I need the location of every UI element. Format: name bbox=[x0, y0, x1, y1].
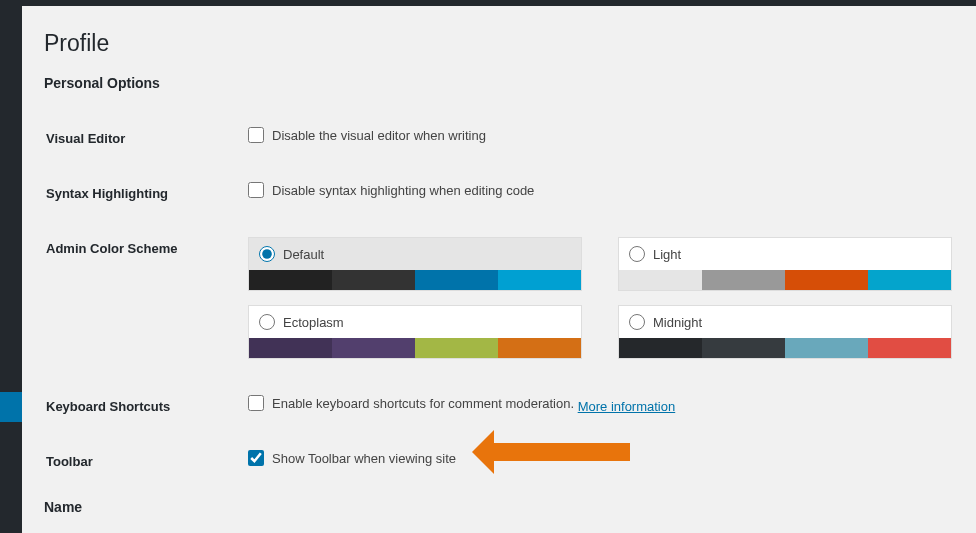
color-swatch bbox=[415, 270, 498, 290]
color-swatch bbox=[619, 338, 702, 358]
syntax-highlighting-checkbox[interactable] bbox=[248, 182, 264, 198]
color-swatch bbox=[332, 270, 415, 290]
color-scheme-radio[interactable] bbox=[629, 314, 645, 330]
color-swatch bbox=[498, 338, 581, 358]
visual-editor-checkbox-label: Disable the visual editor when writing bbox=[272, 128, 486, 143]
row-label-visual-editor: Visual Editor bbox=[46, 121, 246, 174]
color-scheme-name: Ectoplasm bbox=[283, 315, 344, 330]
section-name: Name bbox=[44, 499, 954, 515]
admin-sidebar bbox=[0, 6, 22, 533]
sidebar-active-indicator bbox=[0, 392, 22, 422]
color-scheme-radio[interactable] bbox=[259, 314, 275, 330]
keyboard-shortcuts-toggle[interactable]: Enable keyboard shortcuts for comment mo… bbox=[248, 395, 574, 411]
row-label-toolbar: Toolbar bbox=[46, 444, 246, 497]
color-swatch bbox=[415, 338, 498, 358]
color-scheme-option[interactable]: Midnight bbox=[618, 305, 952, 359]
color-scheme-radio[interactable] bbox=[629, 246, 645, 262]
color-swatch bbox=[249, 338, 332, 358]
color-scheme-name: Midnight bbox=[653, 315, 702, 330]
visual-editor-checkbox[interactable] bbox=[248, 127, 264, 143]
color-swatch bbox=[868, 270, 951, 290]
section-personal-options: Personal Options bbox=[44, 75, 954, 91]
color-scheme-swatches bbox=[619, 338, 951, 358]
content-area: Profile Personal Options Visual Editor D… bbox=[22, 6, 976, 533]
row-label-keyboard-shortcuts: Keyboard Shortcuts bbox=[46, 389, 246, 442]
color-swatch bbox=[785, 338, 868, 358]
color-scheme-name: Default bbox=[283, 247, 324, 262]
color-scheme-option[interactable]: Default bbox=[248, 237, 582, 291]
toolbar-toggle[interactable]: Show Toolbar when viewing site bbox=[248, 450, 456, 466]
color-scheme-swatches bbox=[249, 338, 581, 358]
color-scheme-swatches bbox=[249, 270, 581, 290]
toolbar-checkbox[interactable] bbox=[248, 450, 264, 466]
keyboard-shortcuts-more-info-link[interactable]: More information bbox=[578, 399, 676, 414]
color-swatch bbox=[702, 338, 785, 358]
color-swatch bbox=[249, 270, 332, 290]
keyboard-shortcuts-checkbox[interactable] bbox=[248, 395, 264, 411]
syntax-highlighting-toggle[interactable]: Disable syntax highlighting when editing… bbox=[248, 182, 534, 198]
color-swatch bbox=[332, 338, 415, 358]
profile-form: Visual Editor Disable the visual editor … bbox=[44, 119, 954, 499]
syntax-highlighting-checkbox-label: Disable syntax highlighting when editing… bbox=[272, 183, 534, 198]
color-scheme-radio[interactable] bbox=[259, 246, 275, 262]
color-scheme-name: Light bbox=[653, 247, 681, 262]
visual-editor-toggle[interactable]: Disable the visual editor when writing bbox=[248, 127, 486, 143]
toolbar-checkbox-label: Show Toolbar when viewing site bbox=[272, 451, 456, 466]
row-label-syntax-highlighting: Syntax Highlighting bbox=[46, 176, 246, 229]
color-swatch bbox=[619, 270, 702, 290]
color-scheme-picker: DefaultLightEctoplasmMidnight bbox=[248, 237, 952, 359]
color-swatch bbox=[785, 270, 868, 290]
row-label-admin-color-scheme: Admin Color Scheme bbox=[46, 231, 246, 387]
color-swatch bbox=[702, 270, 785, 290]
page-title: Profile bbox=[44, 30, 954, 57]
color-swatch bbox=[868, 338, 951, 358]
color-scheme-option[interactable]: Light bbox=[618, 237, 952, 291]
color-swatch bbox=[498, 270, 581, 290]
color-scheme-option[interactable]: Ectoplasm bbox=[248, 305, 582, 359]
color-scheme-swatches bbox=[619, 270, 951, 290]
keyboard-shortcuts-checkbox-label: Enable keyboard shortcuts for comment mo… bbox=[272, 396, 574, 411]
